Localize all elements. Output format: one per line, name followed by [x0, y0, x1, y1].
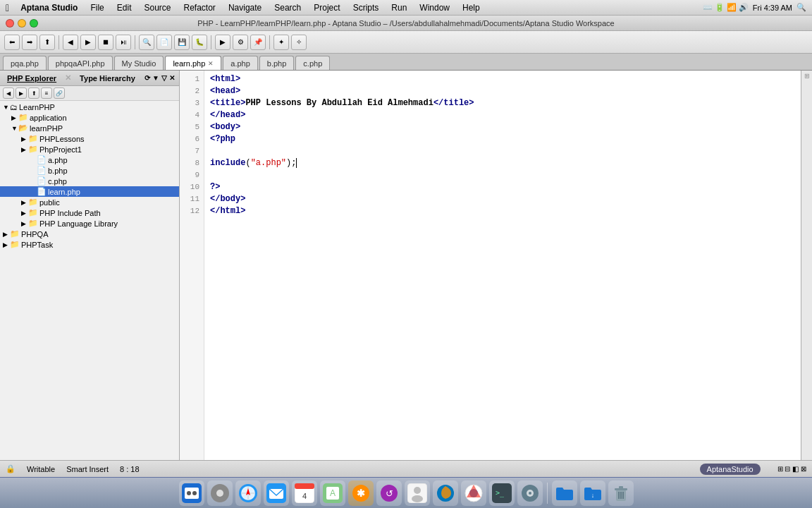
tab-learn-label: learn.php [173, 59, 205, 68]
dock-item-finder[interactable] [179, 480, 204, 506]
toolbar-btn-13[interactable]: 📌 [250, 35, 266, 50]
sidebar-tab-php-explorer[interactable]: PHP Explorer [4, 73, 59, 84]
tree-item-phpproject1[interactable]: ▶ 📁 PhpProject1 [0, 144, 179, 155]
tab-pqa[interactable]: pqa.php [3, 56, 47, 70]
menu-aptana[interactable]: Aptana Studio [15, 1, 83, 14]
dock-item-system-prefs[interactable] [207, 480, 233, 506]
nav-collapse[interactable]: ≡ [41, 87, 52, 99]
dock-item-settings[interactable] [517, 480, 543, 506]
nav-forward[interactable]: ▶ [16, 87, 27, 99]
tree-item-php-language-library[interactable]: ▶ 📁 PHP Language Library [0, 218, 179, 229]
toolbar-btn-15[interactable]: ✧ [291, 35, 307, 50]
tree-label-php-include-path: PHP Include Path [39, 209, 101, 217]
toolbar-btn-6[interactable]: ⏹ [98, 35, 113, 50]
menu-edit[interactable]: Edit [111, 1, 137, 14]
tree-item-c-php[interactable]: 📄 c.php [0, 176, 179, 186]
tab-mystudio[interactable]: My Studio [114, 56, 164, 70]
toolbar-btn-3[interactable]: ⬆ [39, 35, 55, 50]
tree-item-a-php[interactable]: 📄 a.php [0, 155, 179, 165]
maximize-button[interactable] [30, 19, 38, 28]
tree-arrow-a-php [30, 157, 37, 164]
apple-menu[interactable]:  [6, 2, 9, 13]
sidebar-collapse-icon[interactable]: ▼ [152, 74, 159, 82]
tree-arrow-application: ▶ [11, 114, 18, 121]
svg-point-25 [412, 495, 423, 502]
menu-help[interactable]: Help [457, 1, 486, 14]
tree-item-application[interactable]: ▶ 📁 application [0, 112, 179, 123]
menu-window[interactable]: Window [414, 1, 455, 14]
menu-project[interactable]: Project [308, 1, 345, 14]
toolbar-btn-9[interactable]: 📄 [156, 35, 172, 50]
toolbar-btn-5[interactable]: ▶ [80, 35, 96, 50]
dock-item-firefox[interactable] [433, 480, 458, 506]
dock-item-terminal[interactable]: >_ [489, 480, 515, 506]
dock-item-timemachine[interactable]: ↺ [376, 480, 402, 506]
toolbar-btn-10[interactable]: 💾 [174, 35, 190, 50]
sidebar-sync-icon[interactable]: ⟳ [144, 74, 150, 82]
tab-learn[interactable]: learn.php ✕ [165, 56, 221, 70]
tab-a[interactable]: a.php [223, 56, 258, 70]
toolbar-btn-1[interactable]: ⬅ [4, 35, 20, 50]
folder-icon-phpqa: 📁 [10, 229, 20, 238]
dock-item-calendar[interactable]: 4 [292, 480, 317, 506]
code-line-6: <?php [210, 133, 795, 145]
dock-item-safari[interactable] [235, 480, 261, 506]
tree-item-php-include-path[interactable]: ▶ 📁 PHP Include Path [0, 207, 179, 218]
tree-item-public[interactable]: ▶ 📁 public [0, 197, 179, 207]
tab-phpqa[interactable]: phpqaAPI.php [48, 56, 113, 70]
menu-file[interactable]: File [85, 1, 109, 14]
toolbar-btn-run[interactable]: ▶ [215, 35, 230, 50]
menu-run[interactable]: Run [386, 1, 412, 14]
tree-arrow-learn-php [30, 188, 37, 195]
dock-item-preview[interactable]: A [320, 480, 345, 506]
tree-item-b-php[interactable]: 📄 b.php [0, 165, 179, 176]
status-icons-right: ⊞ ⊟ ◧ ⊠ [777, 465, 806, 473]
tab-c[interactable]: c.php [295, 56, 330, 70]
tree-item-phptask[interactable]: ▶ 📁 PHPTask [0, 239, 179, 250]
svg-text:↺: ↺ [385, 488, 393, 499]
svg-text:A: A [329, 488, 335, 498]
tree-item-learnphp-root[interactable]: ▼ 🗂 LearnPHP [0, 102, 179, 112]
tree-item-learnphp[interactable]: ▼ 📂 learnPHP [0, 123, 179, 133]
tab-b[interactable]: b.php [259, 56, 295, 70]
tab-learn-close[interactable]: ✕ [208, 60, 214, 67]
dock-item-folder1[interactable] [552, 480, 577, 506]
toolbar-btn-4[interactable]: ◀ [63, 35, 78, 50]
nav-back[interactable]: ◀ [3, 87, 14, 99]
status-writable: Writable [27, 465, 55, 473]
line-num-12: 12 [180, 205, 199, 217]
menu-search[interactable]: Search [269, 1, 307, 14]
svg-text:4: 4 [302, 492, 306, 500]
tree-arrow-learnphp: ▼ [3, 104, 10, 111]
editor-content[interactable]: 1 2 3 4 5 6 7 8 9 10 11 12 <html> <head>… [180, 71, 801, 460]
sidebar-tab-type-hierarchy[interactable]: Type Hierarchy [77, 73, 138, 84]
toolbar-btn-14[interactable]: ✦ [273, 35, 289, 50]
toolbar-btn-debug[interactable]: 🐛 [192, 35, 207, 50]
menu-navigate[interactable]: Navigate [223, 1, 267, 14]
dock-item-aptana[interactable]: ✱ [348, 480, 374, 506]
close-button[interactable] [6, 19, 14, 28]
dock-item-contacts[interactable] [405, 480, 430, 506]
code-editor[interactable]: <html> <head> <title>PHP Lessons By Abdu… [204, 71, 801, 460]
tree-item-learn-php[interactable]: 📄 learn.php [0, 186, 179, 197]
nav-link[interactable]: 🔗 [54, 87, 65, 99]
menu-source[interactable]: Source [138, 1, 176, 14]
minimize-button[interactable] [18, 19, 26, 28]
menu-scripts[interactable]: Scripts [347, 1, 385, 14]
nav-up[interactable]: ⬆ [28, 87, 39, 99]
tree-item-phpqa[interactable]: ▶ 📁 PHPQA [0, 229, 179, 239]
toolbar-btn-2[interactable]: ➡ [22, 35, 37, 50]
toolbar-btn-12[interactable]: ⚙ [233, 35, 248, 50]
dock-item-trash[interactable] [608, 480, 634, 506]
tab-a-label: a.php [230, 59, 250, 68]
toolbar-btn-8[interactable]: 🔍 [139, 35, 154, 50]
dock-item-chrome[interactable] [461, 480, 486, 506]
menu-refactor[interactable]: Refactor [178, 1, 221, 14]
dock-item-mail[interactable] [264, 480, 289, 506]
sidebar-close-icon[interactable]: ✕ [169, 74, 175, 82]
menubar-search-icon[interactable]: 🔍 [796, 3, 806, 12]
dock-item-folder2[interactable]: ↓ [580, 480, 605, 506]
toolbar-btn-7[interactable]: ⏯ [116, 35, 131, 50]
tree-item-phplessons[interactable]: ▶ 📁 PHPLessons [0, 133, 179, 144]
sidebar-menu-icon[interactable]: ▽ [161, 74, 167, 82]
